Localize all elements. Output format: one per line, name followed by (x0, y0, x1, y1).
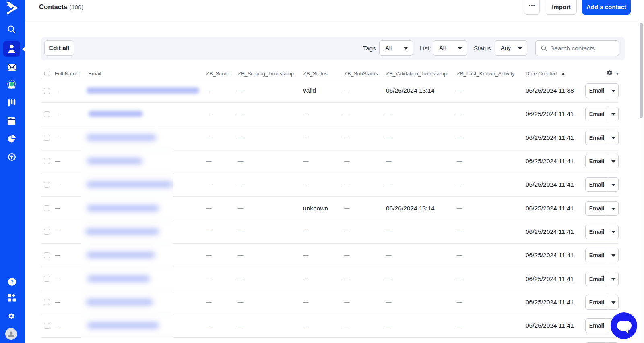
svg-text:?: ? (10, 279, 14, 285)
